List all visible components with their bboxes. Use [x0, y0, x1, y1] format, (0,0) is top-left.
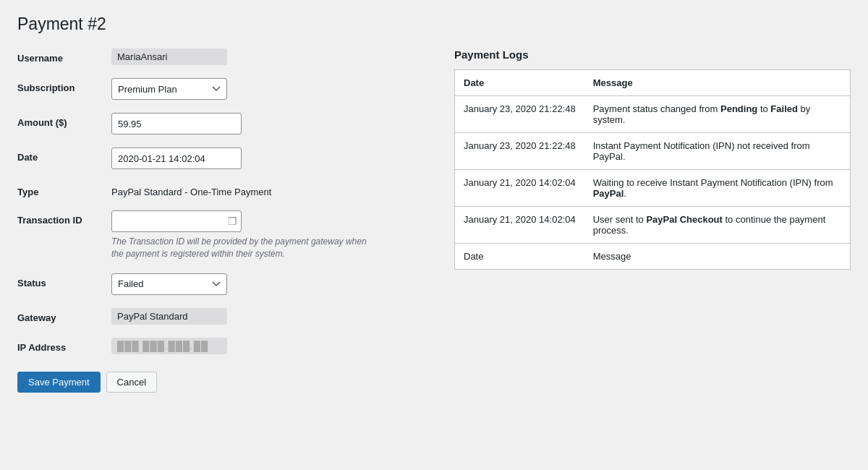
transaction-input[interactable] — [111, 210, 242, 232]
type-row: Type PayPal Standard - One-Time Payment — [17, 182, 437, 197]
gateway-row: Gateway PayPal Standard — [17, 308, 437, 325]
transaction-control: ❐ The Transaction ID will be provided by… — [111, 210, 437, 260]
type-control: PayPal Standard - One-Time Payment — [111, 182, 437, 197]
transaction-input-wrap: ❐ — [111, 210, 242, 232]
logs-title: Payment Logs — [454, 48, 851, 61]
status-control: Failed Pending Active Cancelled — [111, 273, 437, 295]
log-footer-row: Date Message — [455, 244, 851, 270]
logs-col-message-header: Message — [584, 70, 851, 96]
logs-table: Date Message January 23, 2020 21:22:48 P… — [454, 69, 851, 270]
log-row: January 23, 2020 21:22:48 Instant Paymen… — [455, 133, 851, 170]
date-row: Date — [17, 148, 437, 169]
transaction-hint: The Transaction ID will be provided by t… — [111, 236, 379, 260]
subscription-control: Premium Plan Basic Plan Enterprise Plan — [111, 78, 437, 100]
gateway-label: Gateway — [17, 308, 111, 323]
log-message: Payment status changed from Pending to F… — [584, 96, 851, 133]
username-value: MariaAnsari — [111, 48, 227, 65]
ip-label: IP Address — [17, 338, 111, 353]
log-footer-date: Date — [455, 244, 584, 270]
gateway-value: PayPal Standard — [111, 308, 227, 325]
subscription-row: Subscription Premium Plan Basic Plan Ent… — [17, 78, 437, 100]
amount-row: Amount ($) — [17, 113, 437, 134]
payment-form: Username MariaAnsari Subscription Premiu… — [17, 48, 437, 393]
log-row: January 23, 2020 21:22:48 Payment status… — [455, 96, 851, 133]
date-control — [111, 148, 437, 169]
type-label: Type — [17, 182, 111, 197]
cancel-button[interactable]: Cancel — [106, 372, 157, 393]
log-message: Waiting to receive Instant Payment Notif… — [584, 170, 851, 207]
status-label: Status — [17, 273, 111, 289]
log-message: Instant Payment Notification (IPN) not r… — [584, 133, 851, 170]
logs-col-date-header: Date — [455, 70, 584, 96]
gateway-control: PayPal Standard — [111, 308, 437, 325]
footer-buttons: Save Payment Cancel — [17, 372, 437, 393]
log-footer-message: Message — [584, 244, 851, 270]
log-date: January 23, 2020 21:22:48 — [455, 133, 584, 170]
log-date: January 23, 2020 21:22:48 — [455, 96, 584, 133]
log-message: User sent to PayPal Checkout to continue… — [584, 207, 851, 244]
type-value: PayPal Standard - One-Time Payment — [111, 182, 271, 197]
username-control: MariaAnsari — [111, 48, 437, 65]
amount-control — [111, 113, 437, 134]
ip-value: ███ ███.███.██ — [111, 338, 227, 354]
save-payment-button[interactable]: Save Payment — [17, 372, 101, 393]
transaction-label: Transaction ID — [17, 210, 111, 226]
subscription-label: Subscription — [17, 78, 111, 93]
amount-label: Amount ($) — [17, 113, 111, 128]
date-input[interactable] — [111, 148, 242, 169]
username-row: Username MariaAnsari — [17, 48, 437, 65]
page-title: Payment #2 — [17, 14, 851, 34]
log-row: January 21, 2020 14:02:04 User sent to P… — [455, 207, 851, 244]
transaction-row: Transaction ID ❐ The Transaction ID will… — [17, 210, 437, 260]
status-select[interactable]: Failed Pending Active Cancelled — [111, 273, 227, 295]
log-date: January 21, 2020 14:02:04 — [455, 207, 584, 244]
log-date: January 21, 2020 14:02:04 — [455, 170, 584, 207]
date-label: Date — [17, 148, 111, 163]
status-row: Status Failed Pending Active Cancelled — [17, 273, 437, 295]
username-label: Username — [17, 48, 111, 64]
logs-header-row: Date Message — [455, 70, 851, 96]
payment-logs-panel: Payment Logs Date Message January 23, 20… — [454, 48, 851, 270]
amount-input[interactable] — [111, 113, 242, 134]
subscription-select[interactable]: Premium Plan Basic Plan Enterprise Plan — [111, 78, 227, 100]
log-row: January 21, 2020 14:02:04 Waiting to rec… — [455, 170, 851, 207]
ip-control: ███ ███.███.██ — [111, 338, 437, 354]
ip-row: IP Address ███ ███.███.██ — [17, 338, 437, 354]
